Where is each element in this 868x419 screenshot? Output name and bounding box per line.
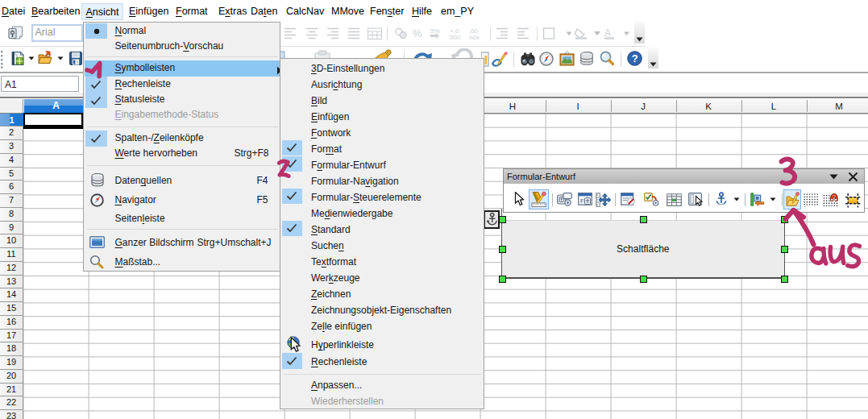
svg-text:?: ? (631, 52, 638, 64)
svg-text:n0x: n0x (469, 34, 480, 41)
svg-text:5%: 5% (430, 27, 440, 35)
svg-text:%: % (413, 27, 422, 39)
svg-text:F: F (580, 197, 584, 205)
svg-text:A: A (604, 27, 611, 39)
svg-text:000: 000 (450, 34, 461, 41)
